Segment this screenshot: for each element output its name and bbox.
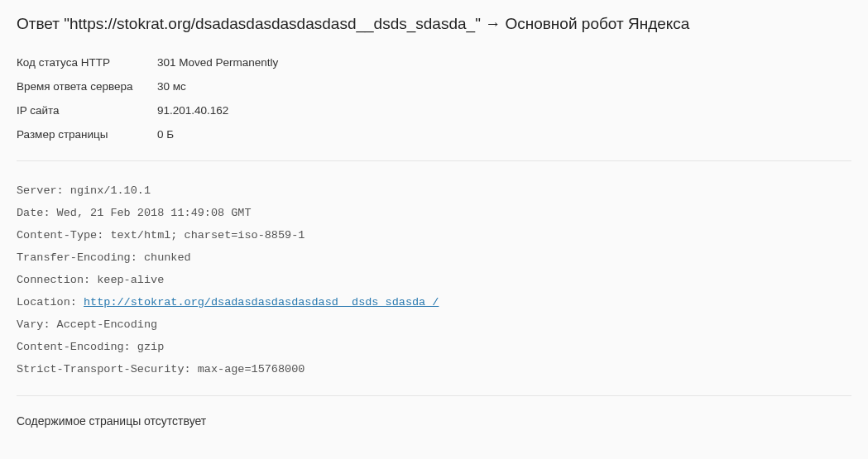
header-connection: Connection: keep-alive	[17, 269, 851, 291]
divider-top	[17, 160, 851, 161]
info-table: Код статуса HTTP 301 Moved Permanently В…	[17, 56, 851, 141]
info-row-page-size: Размер страницы 0 Б	[17, 128, 851, 141]
page-size-label: Размер страницы	[17, 128, 157, 141]
response-time-value: 30 мс	[157, 80, 186, 93]
header-location-link[interactable]: http://stokrat.org/dsadasdasdasdasdasd__…	[84, 296, 439, 308]
divider-bottom	[17, 395, 851, 396]
header-vary: Vary: Accept-Encoding	[17, 313, 851, 336]
header-content-type: Content-Type: text/html; charset=iso-885…	[17, 224, 851, 246]
header-location-prefix: Location:	[17, 296, 84, 308]
header-transfer-encoding: Transfer-Encoding: chunked	[17, 246, 851, 269]
ip-label: IP сайта	[17, 104, 157, 117]
ip-value: 91.201.40.162	[157, 104, 228, 117]
info-row-ip: IP сайта 91.201.40.162	[17, 104, 851, 117]
info-row-response-time: Время ответа сервера 30 мс	[17, 80, 851, 93]
header-content-encoding: Content-Encoding: gzip	[17, 336, 851, 358]
http-headers-block: Server: nginx/1.10.1 Date: Wed, 21 Feb 2…	[17, 179, 851, 380]
response-time-label: Время ответа сервера	[17, 80, 157, 93]
info-row-status: Код статуса HTTP 301 Moved Permanently	[17, 56, 851, 69]
status-label: Код статуса HTTP	[17, 56, 157, 69]
page-content-status: Содержимое страницы отсутствует	[17, 414, 851, 428]
header-location: Location: http://stokrat.org/dsadasdasda…	[17, 291, 851, 313]
header-strict-transport: Strict-Transport-Security: max-age=15768…	[17, 358, 851, 380]
page-title: Ответ "https://stokrat.org/dsadasdasdasd…	[17, 15, 851, 33]
page-size-value: 0 Б	[157, 128, 174, 141]
header-server: Server: nginx/1.10.1	[17, 179, 851, 202]
status-value: 301 Moved Permanently	[157, 56, 278, 69]
header-date: Date: Wed, 21 Feb 2018 11:49:08 GMT	[17, 202, 851, 224]
